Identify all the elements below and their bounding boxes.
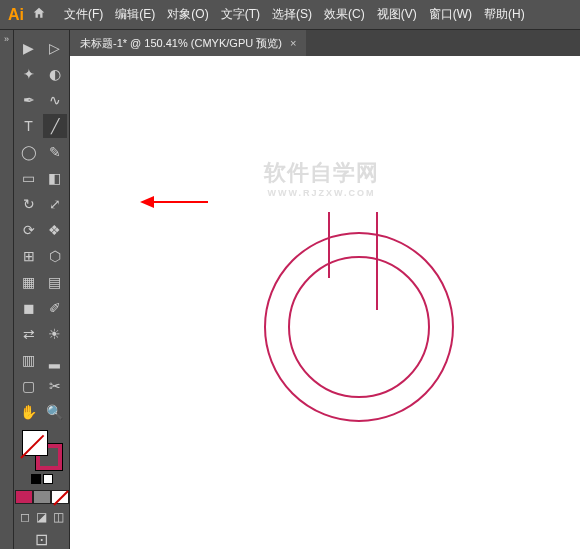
watermark-main: 软件自学网 xyxy=(264,158,379,188)
canvas[interactable]: 软件自学网 WWW.RJZXW.COM xyxy=(70,56,580,549)
free-transform-tool[interactable]: ❖ xyxy=(43,218,67,242)
eyedropper-tool[interactable]: ✐ xyxy=(43,296,67,320)
document-tab[interactable]: 未标题-1* @ 150.41% (CMYK/GPU 预览) × xyxy=(70,30,306,56)
menu-select[interactable]: 选择(S) xyxy=(266,6,318,23)
curvature-tool[interactable]: ∿ xyxy=(43,88,67,112)
lasso-tool[interactable]: ◐ xyxy=(43,62,67,86)
scale-tool[interactable]: ⤢ xyxy=(43,192,67,216)
svg-marker-1 xyxy=(140,196,154,208)
document-tab-title: 未标题-1* @ 150.41% (CMYK/GPU 预览) xyxy=(80,36,282,51)
symbol-sprayer-tool[interactable]: ☀ xyxy=(43,322,67,346)
shape-builder-tool[interactable]: ⊞ xyxy=(17,244,41,268)
pen-tool[interactable]: ✒ xyxy=(17,88,41,112)
color-swatch-1[interactable] xyxy=(15,490,33,504)
menu-edit[interactable]: 编辑(E) xyxy=(109,6,161,23)
selection-tool[interactable]: ▶ xyxy=(17,36,41,60)
magic-wand-tool[interactable]: ✦ xyxy=(17,62,41,86)
column-graph-tool[interactable]: ▥ xyxy=(17,348,41,372)
draw-behind-icon[interactable]: ◪ xyxy=(36,510,47,524)
blend-tool[interactable]: ⇄ xyxy=(17,322,41,346)
live-paint-tool[interactable]: ⬡ xyxy=(43,244,67,268)
document-tabbar: 未标题-1* @ 150.41% (CMYK/GPU 预览) × xyxy=(70,30,580,56)
menu-help[interactable]: 帮助(H) xyxy=(478,6,531,23)
workspace: 未标题-1* @ 150.41% (CMYK/GPU 预览) × 软件自学网 W… xyxy=(70,30,580,549)
draw-inside-icon[interactable]: ◫ xyxy=(53,510,64,524)
type-tool[interactable]: T xyxy=(17,114,41,138)
panel-collapse[interactable]: » xyxy=(0,30,14,549)
menu-window[interactable]: 窗口(W) xyxy=(423,6,478,23)
slice-select-tool[interactable]: ✂ xyxy=(43,374,67,398)
menu-file[interactable]: 文件(F) xyxy=(58,6,109,23)
rotate-tool[interactable]: ↻ xyxy=(17,192,41,216)
direct-selection-tool[interactable]: ▷ xyxy=(43,36,67,60)
swap-fill-stroke-icon[interactable] xyxy=(43,474,53,484)
menu-object[interactable]: 对象(O) xyxy=(161,6,214,23)
mesh-tool[interactable]: ▤ xyxy=(43,270,67,294)
color-swatch-none[interactable] xyxy=(51,490,69,504)
annotation-arrow-icon xyxy=(140,190,210,214)
artwork-vertical-line-1 xyxy=(328,212,330,278)
fill-stroke-swatches: ◻ ◪ ◫ ⊡ xyxy=(15,430,69,549)
perspective-grid-tool[interactable]: ▦ xyxy=(17,270,41,294)
close-tab-icon[interactable]: × xyxy=(290,37,296,49)
line-segment-tool[interactable]: ╱ xyxy=(43,114,67,138)
app-logo: Ai xyxy=(8,6,24,24)
menu-view[interactable]: 视图(V) xyxy=(371,6,423,23)
draw-normal-icon[interactable]: ◻ xyxy=(20,510,30,524)
menu-type[interactable]: 文字(T) xyxy=(215,6,266,23)
width-tool[interactable]: ⟳ xyxy=(17,218,41,242)
artwork-vertical-line-2 xyxy=(376,212,378,310)
rectangle-tool[interactable]: ▭ xyxy=(17,166,41,190)
artwork-inner-circle xyxy=(288,256,430,398)
menu-effect[interactable]: 效果(C) xyxy=(318,6,371,23)
ellipse-tool[interactable]: ◯ xyxy=(17,140,41,164)
paintbrush-tool[interactable]: ✎ xyxy=(43,140,67,164)
zoom-tool[interactable]: 🔍 xyxy=(43,400,67,424)
menubar: Ai 文件(F) 编辑(E) 对象(O) 文字(T) 选择(S) 效果(C) 视… xyxy=(0,0,580,30)
artboard-tool[interactable]: ▂ xyxy=(43,348,67,372)
toolbar: ▶▷ ✦◐ ✒∿ T╱ ◯✎ ▭◧ ↻⤢ ⟳❖ ⊞⬡ ▦▤ ◼✐ ⇄☀ ▥▂ ▢… xyxy=(14,30,70,549)
home-icon[interactable] xyxy=(32,6,46,24)
watermark: 软件自学网 WWW.RJZXW.COM xyxy=(264,158,379,198)
fill-swatch[interactable] xyxy=(22,430,48,456)
watermark-sub: WWW.RJZXW.COM xyxy=(264,188,379,198)
gradient-tool[interactable]: ◼ xyxy=(17,296,41,320)
hand-tool[interactable]: ✋ xyxy=(17,400,41,424)
default-fill-stroke-icon[interactable] xyxy=(31,474,41,484)
collapse-icon: » xyxy=(4,34,9,549)
slice-tool[interactable]: ▢ xyxy=(17,374,41,398)
screen-mode-tool[interactable]: ⊡ xyxy=(35,530,48,549)
eraser-tool[interactable]: ◧ xyxy=(43,166,67,190)
color-swatch-2[interactable] xyxy=(33,490,51,504)
